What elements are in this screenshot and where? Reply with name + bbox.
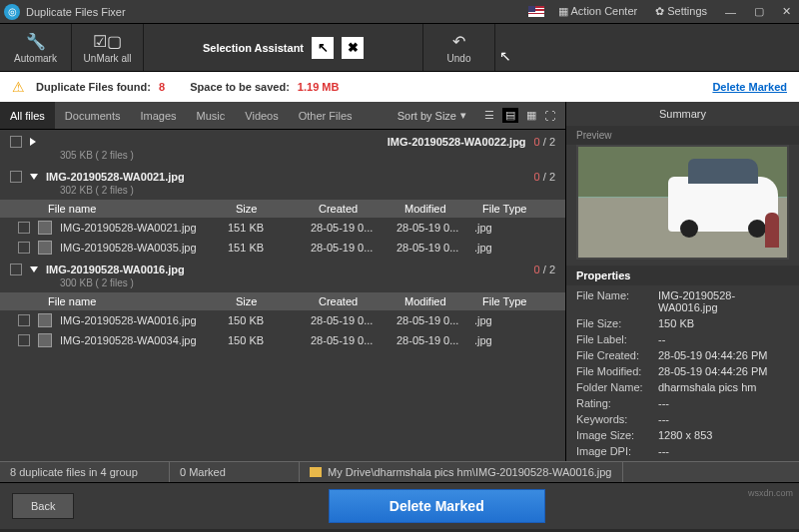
- property-row: Rating:---: [576, 395, 789, 411]
- group-count: 0 / 2: [534, 171, 555, 183]
- tab-all[interactable]: All files: [0, 102, 55, 129]
- fullscreen-icon[interactable]: ⛶: [544, 110, 555, 122]
- flag-icon[interactable]: [528, 6, 544, 17]
- undo-button[interactable]: ↶ Undo: [423, 24, 495, 71]
- bottom-bar: Back Delete Marked: [0, 483, 799, 529]
- back-button[interactable]: Back: [12, 493, 74, 519]
- thumbnail-icon: [38, 221, 52, 235]
- duplicate-list: IMG-20190528-WA0022.jpg0 / 2305 KB ( 2 f…: [0, 130, 565, 461]
- properties-panel: File Name:IMG-20190528-WA0016.jpgFile Si…: [566, 285, 799, 461]
- group-subtitle: 302 KB ( 2 files ): [0, 185, 565, 200]
- automark-button[interactable]: 🔧 Automark: [0, 24, 72, 71]
- unmark-all-button[interactable]: ☑▢ UnMark all: [72, 24, 144, 71]
- view-detail-icon[interactable]: ▤: [502, 108, 518, 123]
- found-count: 8: [159, 81, 165, 93]
- app-title: Duplicate Files Fixer: [26, 6, 126, 18]
- summary-title: Summary: [566, 102, 799, 126]
- undo-icon: ↶: [452, 32, 465, 51]
- close-button[interactable]: ✕: [778, 3, 795, 20]
- table-header: File nameSizeCreatedModifiedFile Type: [0, 200, 565, 218]
- group-name: IMG-20190528-WA0022.jpg: [388, 136, 526, 148]
- table-header: File nameSizeCreatedModifiedFile Type: [0, 292, 565, 310]
- notice-bar: ⚠ Duplicate Files found: 8 Space to be s…: [0, 72, 799, 102]
- found-label: Duplicate Files found:: [36, 81, 151, 93]
- watermark: wsxdn.com: [748, 488, 793, 498]
- tab-videos[interactable]: Videos: [235, 102, 288, 129]
- tab-other[interactable]: Other Files: [289, 102, 363, 129]
- status-bar: 8 duplicate files in 4 group 0 Marked My…: [0, 461, 799, 483]
- thumbnail-icon: [38, 313, 52, 327]
- group-count: 0 / 2: [534, 136, 555, 148]
- tab-music[interactable]: Music: [187, 102, 236, 129]
- sort-by-dropdown[interactable]: Sort by Size ▾: [390, 102, 474, 129]
- thumbnail-icon: [38, 333, 52, 347]
- wand-icon: 🔧: [26, 32, 46, 51]
- expand-icon[interactable]: [30, 174, 38, 180]
- property-row: File Name:IMG-20190528-WA0016.jpg: [576, 287, 789, 315]
- tab-documents[interactable]: Documents: [55, 102, 131, 129]
- property-row: File Size:150 KB: [576, 315, 789, 331]
- settings-button[interactable]: ✿ Settings: [651, 3, 711, 20]
- group-subtitle: 305 KB ( 2 files ): [0, 150, 565, 165]
- properties-label: Properties: [566, 266, 799, 285]
- selection-assistant[interactable]: Selection Assistant ↖ ✖: [144, 24, 423, 71]
- status-count: 8 duplicate files in 4 group: [0, 462, 170, 482]
- arrow-icon[interactable]: ↖: [312, 37, 334, 59]
- group-name: IMG-20190528-WA0021.jpg: [46, 171, 185, 183]
- delete-marked-button[interactable]: Delete Marked: [329, 489, 545, 523]
- row-checkbox[interactable]: [18, 242, 30, 254]
- chevron-down-icon: ▾: [460, 109, 466, 122]
- property-row: Keywords:---: [576, 411, 789, 427]
- row-checkbox[interactable]: [18, 222, 30, 234]
- table-row[interactable]: IMG-20190528-WA0034.jpg150 KB28-05-19 0.…: [0, 330, 565, 350]
- thumbnail-icon: [38, 241, 52, 255]
- warning-icon: ⚠: [12, 79, 28, 95]
- tools-icon[interactable]: ✖: [342, 37, 364, 59]
- group-checkbox[interactable]: [10, 264, 22, 275]
- group-subtitle: 300 KB ( 2 files ): [0, 277, 565, 292]
- group-name: IMG-20190528-WA0016.jpg: [46, 264, 185, 275]
- table-row[interactable]: IMG-20190528-WA0016.jpg150 KB28-05-19 0.…: [0, 310, 565, 330]
- view-list-icon[interactable]: ☰: [484, 109, 494, 122]
- property-row: File Created:28-05-19 04:44:26 PM: [576, 347, 789, 363]
- preview-image: [576, 145, 789, 260]
- row-checkbox[interactable]: [18, 334, 30, 346]
- space-value: 1.19 MB: [298, 81, 340, 93]
- group-checkbox[interactable]: [10, 136, 22, 148]
- toolbar: 🔧 Automark ☑▢ UnMark all Selection Assis…: [0, 24, 799, 72]
- app-logo: ◎: [4, 4, 20, 20]
- table-row[interactable]: IMG-20190528-WA0021.jpg151 KB28-05-19 0.…: [0, 218, 565, 238]
- group-checkbox[interactable]: [10, 171, 22, 183]
- property-row: File Label:--: [576, 331, 789, 347]
- expand-icon[interactable]: [30, 266, 38, 272]
- tab-images[interactable]: Images: [130, 102, 186, 129]
- maximize-button[interactable]: ▢: [750, 3, 768, 20]
- status-path: My Drive\dharmshala pics hm\IMG-20190528…: [300, 462, 623, 482]
- expand-icon[interactable]: [30, 138, 380, 146]
- property-row: Image DPI:---: [576, 443, 789, 459]
- status-marked: 0 Marked: [170, 462, 300, 482]
- property-row: Folder Name:dharmshala pics hm: [576, 379, 789, 395]
- property-row: File Modified:28-05-19 04:44:26 PM: [576, 363, 789, 379]
- titlebar: ◎ Duplicate Files Fixer ▦ Action Center …: [0, 0, 799, 24]
- preview-label: Preview: [566, 126, 799, 145]
- property-row: Image Size:1280 x 853: [576, 427, 789, 443]
- space-label: Space to be saved:: [190, 81, 290, 93]
- group-count: 0 / 2: [534, 264, 555, 275]
- folder-icon: [310, 467, 322, 477]
- table-row[interactable]: IMG-20190528-WA0035.jpg151 KB28-05-19 0.…: [0, 238, 565, 258]
- view-grid-icon[interactable]: ▦: [526, 109, 536, 122]
- unmark-icon: ☑▢: [93, 32, 122, 51]
- action-center-button[interactable]: ▦ Action Center: [554, 3, 641, 20]
- filter-tabs: All files Documents Images Music Videos …: [0, 102, 565, 130]
- row-checkbox[interactable]: [18, 314, 30, 326]
- minimize-button[interactable]: —: [721, 4, 740, 20]
- delete-marked-link[interactable]: Delete Marked: [712, 81, 787, 93]
